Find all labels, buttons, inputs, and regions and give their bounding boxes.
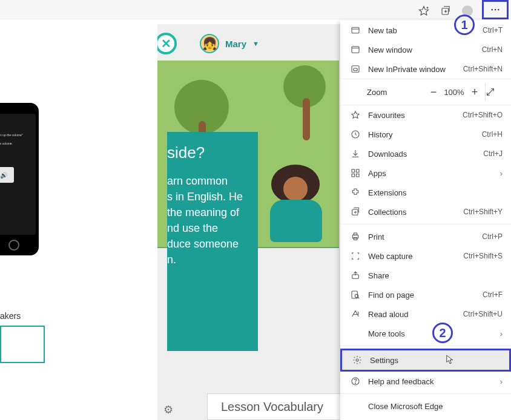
- volume-overlay: 🔊: [0, 167, 14, 183]
- svg-point-29: [355, 294, 358, 297]
- menu-shortcut: Ctrl+N: [482, 45, 503, 54]
- page-gear-icon[interactable]: ⚙: [163, 403, 173, 416]
- illustration-person: [259, 165, 332, 249]
- menu-favourites[interactable]: Favourites Ctrl+Shift+O: [340, 105, 511, 125]
- menu-label: Help and feedback: [362, 377, 500, 386]
- menu-label: More tools: [362, 329, 500, 338]
- svg-rect-25: [354, 233, 357, 235]
- menu-label: Find on page: [362, 290, 483, 300]
- gear-icon: [351, 355, 364, 365]
- menu-label: Downloads: [362, 149, 483, 159]
- menu-share[interactable]: Share: [340, 266, 511, 285]
- svg-point-30: [356, 359, 358, 361]
- svg-marker-15: [352, 111, 359, 118]
- svg-rect-9: [352, 27, 359, 33]
- menu-label: New window: [362, 45, 482, 54]
- menu-shortcut: Ctrl+J: [483, 149, 503, 158]
- menu-shortcut: Ctrl+T: [483, 26, 503, 34]
- svg-rect-14: [354, 68, 358, 71]
- menu-find[interactable]: Find on page Ctrl+F: [340, 285, 511, 304]
- zoom-in-button[interactable]: +: [464, 86, 485, 99]
- menu-label: Collections: [362, 208, 463, 217]
- zoom-out-button[interactable]: −: [423, 86, 444, 99]
- menu-shortcut: Ctrl+P: [482, 232, 503, 241]
- menu-shortcut: Ctrl+F: [483, 290, 503, 299]
- lesson-card-line: duce someone: [167, 236, 254, 252]
- outlined-card[interactable]: [0, 326, 45, 363]
- chevron-right-icon: ›: [500, 377, 503, 386]
- menu-downloads[interactable]: Downloads Ctrl+J: [340, 144, 511, 163]
- apps-icon: [349, 168, 362, 178]
- downloads-icon: [349, 149, 362, 159]
- menu-new-window[interactable]: New window Ctrl+N: [340, 40, 511, 59]
- menu-collections[interactable]: Collections Ctrl+Shift+Y: [340, 202, 511, 221]
- menu-label: Share: [362, 271, 503, 280]
- inprivate-icon: [349, 64, 362, 74]
- menu-label: Close Microsoft Edge: [362, 402, 503, 411]
- close-button[interactable]: ✕: [155, 33, 177, 54]
- menu-settings[interactable]: Settings: [342, 350, 509, 370]
- chevron-down-icon: ▼: [252, 40, 259, 47]
- share-icon: [349, 271, 362, 280]
- print-icon: [349, 232, 362, 241]
- history-icon: [349, 130, 362, 139]
- speakers-label: akers: [0, 311, 21, 321]
- divider: [340, 393, 511, 394]
- menu-label: Apps: [362, 169, 500, 178]
- collections-toolbar-icon[interactable]: [438, 4, 453, 18]
- menu-label: Settings: [364, 356, 501, 365]
- lesson-card-line: nd use the: [167, 220, 254, 236]
- read-aloud-icon: [349, 309, 362, 319]
- menu-new-inprivate[interactable]: New InPrivate window Ctrl+Shift+N: [340, 59, 511, 79]
- svg-rect-13: [352, 66, 359, 73]
- user-name: Mary: [225, 39, 246, 49]
- menu-zoom-row: Zoom − 100% +: [340, 79, 511, 105]
- tree-trunk: [303, 98, 310, 140]
- cursor-icon: [446, 354, 453, 365]
- web-capture-icon: [349, 251, 362, 261]
- phone-mockup: "Turn up the volume" d the volume. 🔊: [0, 103, 39, 255]
- menu-label: History: [362, 130, 482, 139]
- menu-new-tab[interactable]: New tab Ctrl+T: [340, 21, 511, 40]
- svg-point-8: [498, 9, 499, 10]
- menu-read-aloud[interactable]: Read aloud Ctrl+Shift+U: [340, 304, 511, 324]
- help-icon: [349, 376, 362, 386]
- more-menu-button[interactable]: [482, 0, 509, 19]
- svg-rect-17: [352, 169, 355, 172]
- find-icon: [349, 290, 362, 300]
- home-button-icon: [8, 240, 19, 251]
- phone-text: d the volume.: [0, 142, 33, 145]
- avatar: 👧: [200, 34, 219, 53]
- chevron-right-icon: ›: [500, 329, 503, 338]
- lesson-card: side? arn common s in English. He the me…: [167, 132, 258, 351]
- menu-close-edge[interactable]: Close Microsoft Edge: [340, 396, 511, 416]
- settings-highlight-frame: Settings: [340, 349, 511, 372]
- fullscreen-button[interactable]: [486, 87, 506, 97]
- menu-shortcut: Ctrl+Shift+S: [463, 252, 503, 260]
- menu-more-tools[interactable]: More tools 2 ›: [340, 324, 511, 343]
- collections-icon: [349, 207, 362, 217]
- lesson-card-line: n.: [167, 252, 254, 267]
- new-window-icon: [349, 45, 362, 54]
- favourites-star-icon[interactable]: [417, 4, 431, 18]
- zoom-label: Zoom: [367, 88, 423, 97]
- menu-shortcut: Ctrl+Shift+U: [463, 310, 503, 318]
- svg-rect-18: [356, 169, 359, 172]
- menu-print[interactable]: Print Ctrl+P: [340, 227, 511, 246]
- menu-apps[interactable]: Apps ›: [340, 163, 511, 183]
- menu-history[interactable]: History Ctrl+H: [340, 125, 511, 144]
- phone-text: "Turn up the volume": [0, 133, 33, 137]
- menu-label: Read aloud: [362, 310, 463, 319]
- menu-web-capture[interactable]: Web capture Ctrl+Shift+S: [340, 246, 511, 266]
- user-chip[interactable]: 👧 Mary ▼: [200, 34, 259, 53]
- svg-point-6: [492, 9, 493, 10]
- lesson-card-line: s in English. He: [167, 189, 254, 205]
- menu-shortcut: Ctrl+Shift+N: [463, 65, 503, 73]
- svg-point-32: [355, 383, 355, 384]
- menu-help[interactable]: Help and feedback ›: [340, 372, 511, 391]
- menu-extensions[interactable]: Extensions: [340, 183, 511, 202]
- extensions-icon: [349, 188, 362, 197]
- lesson-card-title: side?: [167, 142, 254, 165]
- menu-label: Favourites: [362, 111, 463, 120]
- menu-label: New InPrivate window: [362, 65, 463, 74]
